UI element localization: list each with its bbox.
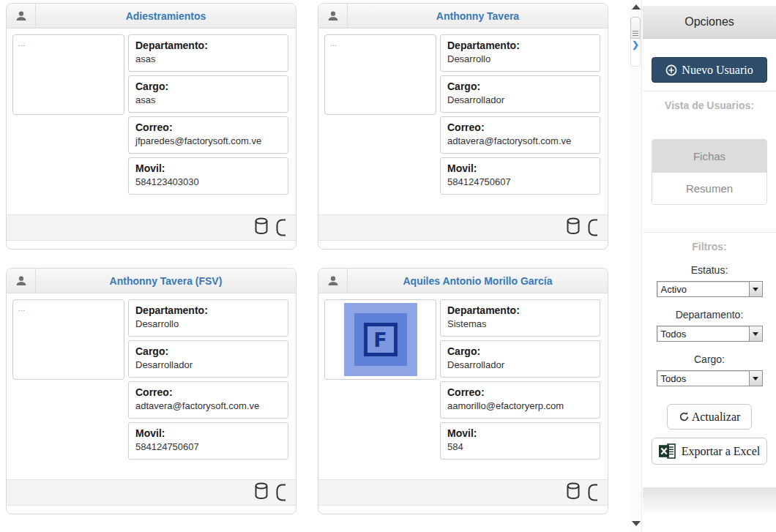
field-correo: Correo: aamorillo@efactoryerp.com <box>440 381 600 419</box>
new-user-button[interactable]: Nuevo Usuario <box>652 57 767 83</box>
scroll-down-arrow-icon[interactable] <box>632 521 641 526</box>
cargo-label: Cargo: <box>643 353 776 365</box>
phone-icon[interactable] <box>588 219 597 236</box>
scroll-up-arrow-icon[interactable] <box>632 4 641 10</box>
field-movil: Movil: 584124750607 <box>128 422 288 460</box>
logo-mid-square: F <box>354 313 407 366</box>
user-photo[interactable]: ... <box>12 299 124 380</box>
options-panel: Opciones Nuevo Usuario Vista de Usuarios… <box>643 6 776 487</box>
view-section-label: Vista de Usuarios: <box>643 91 776 111</box>
export-label: Exportar a Excel <box>682 445 761 458</box>
field-departamento: Departamento: asas <box>128 34 288 72</box>
card-body: ... Departamento: Desarrollo Cargo: Desa… <box>318 29 608 201</box>
panel-collapse-handle[interactable]: ❯ <box>630 39 641 67</box>
view-resumen-button[interactable]: Resumen <box>652 172 766 204</box>
refresh-label: Actualizar <box>692 411 741 424</box>
view-fichas-button[interactable]: Fichas <box>652 140 766 172</box>
phone-icon[interactable] <box>276 484 286 501</box>
user-photo[interactable]: ... <box>324 34 436 115</box>
estatus-select[interactable]: Activo <box>657 281 763 297</box>
export-excel-button[interactable]: Exportar a Excel <box>652 438 767 465</box>
user-photo[interactable]: F <box>324 299 436 380</box>
field-cargo: Cargo: Desarrollador <box>440 75 600 113</box>
person-icon <box>7 4 36 28</box>
person-icon <box>318 4 348 28</box>
user-photo[interactable]: ... <box>12 34 124 115</box>
card-header: Anthonny Tavera <box>318 4 608 29</box>
user-name[interactable]: Anthonny Tavera <box>348 4 608 28</box>
user-card: Anthonny Tavera (FSV) ... Departamento: … <box>6 268 296 514</box>
scrollbar-thumb[interactable] <box>630 17 641 39</box>
field-list: Departamento: Sistemas Cargo: Desarrolla… <box>440 299 600 460</box>
card-header: Adiestramientos <box>7 4 296 29</box>
card-footer <box>7 479 296 506</box>
filters-section-label: Filtros: <box>643 233 776 252</box>
grip-line <box>633 31 638 31</box>
departamento-select[interactable]: Todos <box>657 326 763 342</box>
card-body: ... Departamento: asas Cargo: asas Corre… <box>7 29 296 201</box>
field-cargo: Cargo: Desarrollador <box>440 340 600 378</box>
estatus-value: Activo <box>657 284 749 295</box>
new-user-label: Nuevo Usuario <box>682 64 753 77</box>
cargo-select[interactable]: Todos <box>657 370 763 386</box>
user-card: Adiestramientos ... Departamento: asas C… <box>6 3 296 250</box>
database-icon[interactable] <box>254 482 269 503</box>
user-card: Anthonny Tavera ... Departamento: Desarr… <box>318 3 608 250</box>
user-name[interactable]: Anthonny Tavera (FSV) <box>36 269 296 293</box>
panel-title: Opciones <box>643 6 776 39</box>
dropdown-arrow-icon[interactable] <box>749 282 762 296</box>
photo-placeholder: ... <box>18 304 25 312</box>
user-name[interactable]: Aquiles Antonio Morillo García <box>348 269 608 293</box>
chevron-right-icon: ❯ <box>631 39 640 50</box>
vertical-scrollbar[interactable]: ❯ <box>630 0 642 532</box>
excel-icon <box>659 443 676 459</box>
plus-circle-icon <box>665 64 677 76</box>
database-icon[interactable] <box>566 217 581 238</box>
card-footer <box>318 214 608 241</box>
factorysoft-logo: F <box>344 303 417 376</box>
card-footer <box>318 479 608 506</box>
field-departamento: Departamento: Desarrollo <box>440 34 600 72</box>
photo-placeholder: ... <box>330 39 337 48</box>
refresh-button[interactable]: Actualizar <box>667 404 752 430</box>
field-cargo: Cargo: asas <box>128 75 288 113</box>
card-footer <box>7 214 296 241</box>
card-body: ... Departamento: Desarrollo Cargo: Desa… <box>7 293 296 465</box>
field-cargo: Cargo: Desarrollador <box>128 340 288 378</box>
grip-line <box>633 35 638 36</box>
field-correo: Correo: jfparedes@factorysoft.com.ve <box>128 116 288 154</box>
phone-icon[interactable] <box>588 484 597 501</box>
field-departamento: Departamento: Sistemas <box>440 299 600 337</box>
grip-line <box>633 33 638 34</box>
field-list: Departamento: Desarrollo Cargo: Desarrol… <box>128 299 288 460</box>
database-icon[interactable] <box>254 217 269 238</box>
field-list: Departamento: asas Cargo: asas Correo: j… <box>128 34 288 195</box>
field-list: Departamento: Desarrollo Cargo: Desarrol… <box>440 34 600 195</box>
field-correo: Correo: adtavera@factorysoft.com.ve <box>128 381 288 419</box>
user-card: Aquiles Antonio Morillo García F Departa… <box>318 268 608 514</box>
field-departamento: Departamento: Desarrollo <box>128 299 288 337</box>
phone-icon[interactable] <box>276 219 286 236</box>
dropdown-arrow-icon[interactable] <box>749 326 762 341</box>
departamento-label: Departamento: <box>643 309 776 321</box>
field-movil: Movil: 584123403030 <box>128 157 288 195</box>
database-icon[interactable] <box>566 482 581 503</box>
user-name[interactable]: Adiestramientos <box>36 4 296 28</box>
departamento-value: Todos <box>657 329 749 340</box>
card-header: Anthonny Tavera (FSV) <box>7 269 296 293</box>
logo-letter: F <box>364 323 398 356</box>
cargo-value: Todos <box>657 373 749 384</box>
panel-bottom-fade <box>643 487 776 517</box>
person-icon <box>7 269 36 293</box>
card-header: Aquiles Antonio Morillo García <box>318 269 608 293</box>
card-body: F Departamento: Sistemas Cargo: Desarrol… <box>318 293 608 465</box>
field-movil: Movil: 584 <box>440 422 600 460</box>
photo-placeholder: ... <box>18 39 25 48</box>
field-correo: Correo: adtavera@factorysoft.com.ve <box>440 116 600 154</box>
person-icon <box>318 269 348 293</box>
refresh-icon <box>679 411 690 422</box>
estatus-label: Estatus: <box>643 264 776 276</box>
view-toggle-group: Fichas Resumen <box>652 139 767 205</box>
users-page: Adiestramientos ... Departamento: asas C… <box>0 0 776 532</box>
dropdown-arrow-icon[interactable] <box>749 371 762 386</box>
